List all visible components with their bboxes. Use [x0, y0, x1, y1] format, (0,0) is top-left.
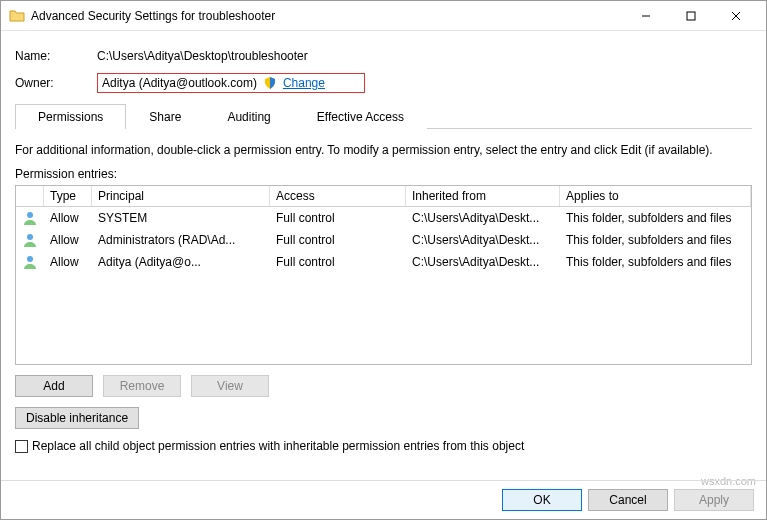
svg-point-4	[27, 212, 33, 218]
cell-principal: SYSTEM	[92, 209, 270, 227]
shield-icon	[263, 76, 277, 90]
grid-header: Type Principal Access Inherited from App…	[16, 186, 751, 207]
cell-inherited: C:\Users\Aditya\Deskt...	[406, 231, 560, 249]
cell-applies: This folder, subfolders and files	[560, 253, 751, 271]
owner-box: Aditya (Aditya@outlook.com) Change	[97, 73, 365, 93]
user-icon	[16, 208, 44, 228]
titlebar: Advanced Security Settings for troublesh…	[1, 1, 766, 31]
cell-type: Allow	[44, 209, 92, 227]
col-icon[interactable]	[16, 186, 44, 206]
close-button[interactable]	[713, 1, 758, 30]
cell-principal: Administrators (RAD\Ad...	[92, 231, 270, 249]
col-access[interactable]: Access	[270, 186, 406, 206]
disable-inheritance-button[interactable]: Disable inheritance	[15, 407, 139, 429]
cell-access: Full control	[270, 209, 406, 227]
table-row[interactable]: AllowAditya (Aditya@o...Full controlC:\U…	[16, 251, 751, 273]
user-icon	[16, 230, 44, 250]
maximize-button[interactable]	[668, 1, 713, 30]
tab-share[interactable]: Share	[126, 104, 204, 129]
col-inherited[interactable]: Inherited from	[406, 186, 560, 206]
cell-type: Allow	[44, 253, 92, 271]
footer: OK Cancel Apply	[1, 480, 766, 519]
tab-auditing[interactable]: Auditing	[204, 104, 293, 129]
cancel-button[interactable]: Cancel	[588, 489, 668, 511]
change-link[interactable]: Change	[283, 76, 325, 90]
name-label: Name:	[15, 49, 97, 63]
cell-applies: This folder, subfolders and files	[560, 231, 751, 249]
replace-children-checkbox[interactable]	[15, 440, 28, 453]
cell-applies: This folder, subfolders and files	[560, 209, 751, 227]
cell-type: Allow	[44, 231, 92, 249]
minimize-button[interactable]	[623, 1, 668, 30]
content-area: Name: C:\Users\Aditya\Desktop\troublesho…	[1, 31, 766, 465]
permission-entries-label: Permission entries:	[15, 167, 752, 181]
ok-button[interactable]: OK	[502, 489, 582, 511]
user-icon	[16, 252, 44, 272]
cell-inherited: C:\Users\Aditya\Deskt...	[406, 209, 560, 227]
add-button[interactable]: Add	[15, 375, 93, 397]
window-title: Advanced Security Settings for troublesh…	[31, 9, 623, 23]
cell-access: Full control	[270, 253, 406, 271]
permission-grid: Type Principal Access Inherited from App…	[15, 185, 752, 365]
owner-value: Aditya (Aditya@outlook.com)	[102, 76, 257, 90]
cell-principal: Aditya (Aditya@o...	[92, 253, 270, 271]
col-applies[interactable]: Applies to	[560, 186, 751, 206]
col-type[interactable]: Type	[44, 186, 92, 206]
tabs: Permissions Share Auditing Effective Acc…	[15, 103, 752, 129]
folder-icon	[9, 8, 25, 24]
tab-effective-access[interactable]: Effective Access	[294, 104, 427, 129]
view-button[interactable]: View	[191, 375, 269, 397]
col-principal[interactable]: Principal	[92, 186, 270, 206]
table-row[interactable]: AllowSYSTEMFull controlC:\Users\Aditya\D…	[16, 207, 751, 229]
apply-button[interactable]: Apply	[674, 489, 754, 511]
table-row[interactable]: AllowAdministrators (RAD\Ad...Full contr…	[16, 229, 751, 251]
name-value: C:\Users\Aditya\Desktop\troubleshooter	[97, 49, 752, 63]
tab-permissions[interactable]: Permissions	[15, 104, 126, 129]
svg-rect-1	[687, 12, 695, 20]
owner-label: Owner:	[15, 76, 97, 90]
svg-point-5	[27, 234, 33, 240]
remove-button[interactable]: Remove	[103, 375, 181, 397]
replace-children-label: Replace all child object permission entr…	[32, 439, 524, 453]
help-text: For additional information, double-click…	[15, 143, 752, 157]
cell-access: Full control	[270, 231, 406, 249]
svg-point-6	[27, 256, 33, 262]
cell-inherited: C:\Users\Aditya\Deskt...	[406, 253, 560, 271]
window: Advanced Security Settings for troublesh…	[0, 0, 767, 520]
